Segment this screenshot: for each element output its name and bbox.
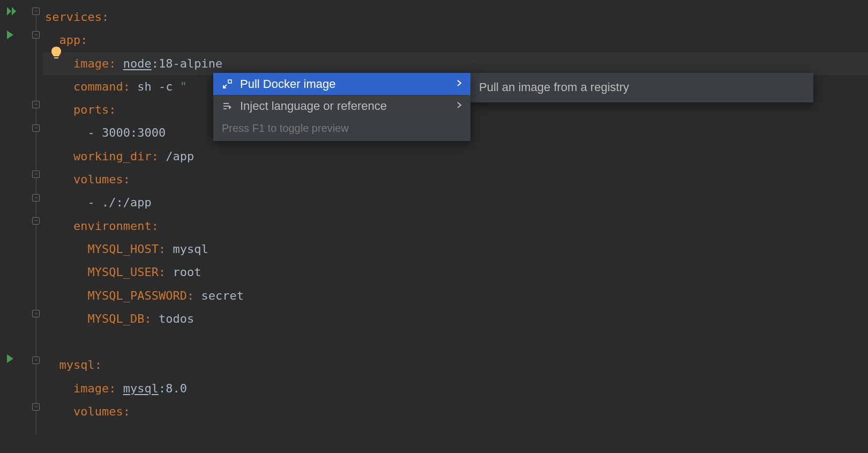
code-line[interactable]: MYSQL_HOST: mysql [43,237,868,261]
intention-item-label: Inject language or reference [240,99,449,113]
fold-marker[interactable]: − [32,124,40,132]
fold-marker[interactable]: − [32,101,40,108]
expand-icon [222,79,233,89]
gutter: − − − − − − − − − − [0,0,43,453]
code-line[interactable] [43,330,868,353]
fold-marker[interactable]: − [32,357,40,364]
code-area[interactable]: services: app: image: node:18-alpine com… [43,0,868,453]
intention-item[interactable]: Inject language or reference [213,95,470,117]
code-line[interactable]: services: [43,5,868,28]
popup-hint: Press F1 to toggle preview [213,117,470,141]
code-line[interactable]: working_dir: /app [43,145,868,168]
fold-marker[interactable]: − [32,217,40,225]
code-line[interactable]: environment: [43,214,868,237]
fold-marker[interactable]: − [32,170,40,178]
run-all-icon[interactable] [6,6,18,16]
code-line[interactable]: volumes: [43,400,868,423]
intention-item[interactable]: Pull Docker image [213,73,470,95]
code-line[interactable]: image: node:18-alpine [43,52,868,75]
chevron-right-icon [457,100,462,112]
intention-bulb-icon[interactable] [50,46,62,61]
tooltip-text: Pull an image from a registry [479,80,629,94]
code-line[interactable]: MYSQL_PASSWORD: secret [43,284,868,307]
inject-icon [222,101,233,111]
code-line[interactable]: volumes: [43,168,868,191]
editor: − − − − − − − − − − services: app: image… [0,0,868,453]
fold-marker[interactable]: − [32,403,40,411]
code-line[interactable]: MYSQL_DB: todos [43,307,868,330]
run-service-icon[interactable] [6,30,15,40]
fold-marker[interactable]: − [32,8,40,15]
code-line[interactable]: mysql: [43,353,868,376]
intention-popup: Pull Docker imageInject language or refe… [213,73,470,141]
intention-tooltip: Pull an image from a registry [470,73,813,102]
code-line[interactable]: image: mysql:8.0 [43,377,868,400]
intention-item-label: Pull Docker image [240,77,449,91]
code-line[interactable]: app: [43,28,868,51]
fold-marker[interactable]: − [32,310,40,317]
fold-column: − − − − − − − − − − [31,0,42,453]
fold-marker[interactable]: − [32,31,40,39]
chevron-right-icon [457,78,462,90]
svg-rect-0 [228,80,231,83]
fold-marker[interactable]: − [32,194,40,202]
code-line[interactable]: MYSQL_USER: root [43,261,868,284]
run-service-icon[interactable] [6,354,15,363]
code-line[interactable]: - ./:/app [43,191,868,214]
